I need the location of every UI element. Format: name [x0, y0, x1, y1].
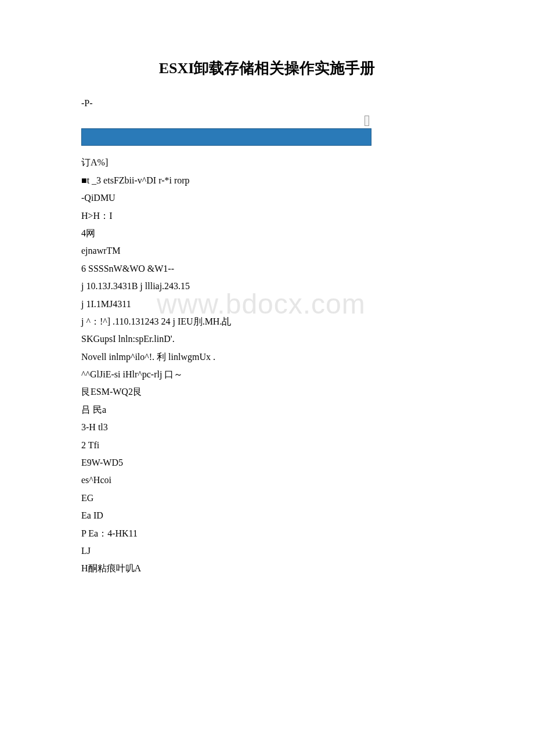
- text-line: ^^GlJiE-si iHlr^pc-rlj 口～: [81, 366, 453, 383]
- text-line: j ^：!^] .110.131243 24 j IEU刖.MH.乩: [81, 313, 453, 330]
- text-line: SKGupsI lnln:spEr.linD'.: [81, 330, 453, 348]
- text-line: P Ea：4-HK11: [81, 525, 453, 542]
- text-line: 吕 民a: [81, 401, 453, 419]
- text-line: 4网: [81, 225, 453, 242]
- text-line: -P-: [81, 95, 453, 112]
- text-line: 2 Tfi: [81, 437, 453, 454]
- document-title: ESXI卸载存储相关操作实施手册: [81, 58, 453, 78]
- text-line: 订A%]: [81, 154, 453, 171]
- text-line: EG: [81, 489, 453, 507]
- small-image-placeholder: [365, 116, 369, 126]
- text-line: E9W-WD5: [81, 454, 453, 471]
- text-line: j 10.13J.3431B j llliaj.243.15: [81, 278, 453, 295]
- text-line: 艮ESM-WQ2艮: [81, 383, 453, 401]
- text-line: ■t _3 etsFZbii-v^DI r-*i rorp: [81, 172, 453, 189]
- text-line: j 1I.1MJ4311: [81, 296, 453, 313]
- text-line: LJ: [81, 542, 453, 560]
- text-line: H酮粘痕叶叽A: [81, 560, 453, 577]
- document-content: ESXI卸载存储相关操作实施手册 -P- 订A%] ■t _3 etsFZbii…: [81, 58, 453, 578]
- text-line: Novell inlmp^ilo^!. 利 linlwgmUx .: [81, 348, 453, 366]
- text-line: -QiDMU: [81, 189, 453, 207]
- text-line: 6 SSSSnW&WO &W1--: [81, 260, 453, 278]
- text-line: H>H：I: [81, 207, 453, 225]
- text-line: Ea ID: [81, 507, 453, 524]
- blue-bar-image: [81, 128, 371, 146]
- text-line: ejnawrTM: [81, 242, 453, 260]
- text-line: 3-H tl3: [81, 419, 453, 436]
- text-line: es^Hcoi: [81, 471, 453, 489]
